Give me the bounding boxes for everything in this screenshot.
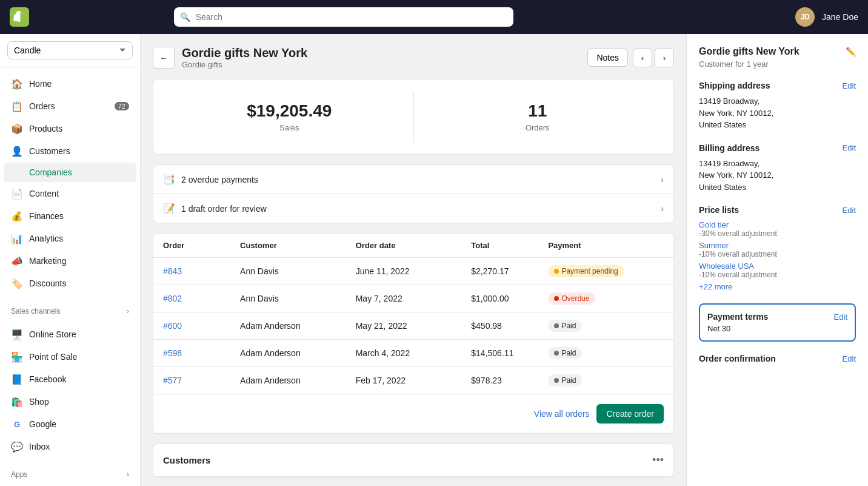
search-icon: 🔍 (180, 12, 190, 22)
page-subtitle: Gordie gifts (182, 60, 307, 69)
table-row: #577 Adam Anderson Feb 17, 2022 $978.23 … (153, 367, 673, 394)
sidebar-item-label: Orders (29, 101, 109, 111)
payment-badge: Paid (548, 320, 582, 332)
online-store-icon: 🖥️ (11, 328, 23, 340)
search-input[interactable] (174, 7, 513, 27)
sidebar-item-products[interactable]: 📦 Products (4, 118, 136, 140)
sidebar-item-label: Home (29, 79, 129, 89)
point-of-sale-icon: 🏪 (11, 351, 23, 363)
sidebar-item-marketing[interactable]: 📣 Marketing (4, 250, 136, 272)
price-list-adjustment: -30% overall adjustment (699, 229, 856, 238)
payment-terms-edit-button[interactable]: Edit (834, 312, 847, 322)
sidebar-item-label: Online Store (29, 329, 129, 339)
view-all-orders-link[interactable]: View all orders (534, 409, 590, 419)
sidebar-item-inbox[interactable]: 💬 Inbox (4, 436, 136, 457)
table-row: #802 Ann Davis May 7, 2022 $1,000.00 Ove… (153, 285, 673, 312)
sidebar-item-orders[interactable]: 📋 Orders 72 (4, 95, 136, 117)
payment-terms-section: Payment terms Edit Net 30 (699, 303, 856, 342)
store-select[interactable]: Candle (7, 41, 133, 59)
prev-button[interactable]: ‹ (633, 48, 652, 67)
sidebar-item-finances[interactable]: 💰 Finances (4, 205, 136, 227)
google-icon: G (11, 418, 23, 430)
rp-subtitle: Customer for 1 year (699, 59, 856, 69)
draft-order-alert[interactable]: 📝 1 draft order for review › (153, 194, 673, 223)
customers-section-title: Customers (163, 455, 210, 465)
avatar[interactable]: JD (795, 7, 815, 27)
shipping-address-edit-button[interactable]: Edit (843, 81, 856, 90)
price-list-item: Wholesale USA -10% overall adjustment (699, 261, 856, 279)
billing-address-edit-button[interactable]: Edit (843, 143, 856, 152)
rp-title: Gordie gifts New York (699, 46, 800, 57)
more-price-lists-link[interactable]: +22 more (699, 282, 732, 291)
sales-channels-expand-icon[interactable]: › (127, 307, 129, 316)
sidebar-item-point-of-sale[interactable]: 🏪 Point of Sale (4, 346, 136, 368)
edit-pencil-icon[interactable]: ✏️ (846, 47, 856, 56)
price-lists-edit-button[interactable]: Edit (843, 206, 856, 215)
sidebar-item-customers[interactable]: 👤 Customers (4, 140, 136, 162)
draft-order-icon: 📝 (163, 203, 175, 214)
col-order: Order (163, 241, 240, 250)
sidebar-item-discounts[interactable]: 🏷️ Discounts (4, 272, 136, 294)
billing-address-section: Billing address Edit 13419 Broadway,New … (699, 143, 856, 194)
order-link[interactable]: #600 (163, 321, 182, 331)
next-button[interactable]: › (655, 48, 674, 67)
sidebar-item-google[interactable]: G Google (4, 413, 136, 435)
overdue-payments-text: 2 overdue payments (181, 175, 258, 184)
order-total: $1,000.00 (471, 294, 548, 303)
back-button[interactable]: ← (153, 47, 175, 69)
sidebar-item-shop[interactable]: 🛍️ Shop (4, 391, 136, 413)
price-list-adjustment: -10% overall adjustment (699, 250, 856, 258)
billing-address-title: Billing address (699, 143, 760, 153)
order-link[interactable]: #802 (163, 294, 182, 303)
payment-terms-title: Payment terms (707, 312, 768, 322)
billing-address-value: 13419 Broadway,New York, NY 10012,United… (699, 158, 856, 194)
discounts-icon: 🏷️ (11, 277, 23, 289)
sidebar-item-label: Point of Sale (29, 352, 129, 362)
customers-card: Customers ••• (153, 444, 674, 478)
sidebar-item-online-store[interactable]: 🖥️ Online Store (4, 323, 136, 345)
order-confirmation-edit-button[interactable]: Edit (843, 354, 856, 363)
search-bar[interactable]: 🔍 (174, 7, 513, 27)
chevron-right-icon: › (661, 175, 664, 184)
sidebar-item-facebook[interactable]: 📘 Facebook (4, 368, 136, 390)
sidebar-item-analytics[interactable]: 📊 Analytics (4, 228, 136, 249)
sidebar-item-home[interactable]: 🏠 Home (4, 73, 136, 95)
analytics-icon: 📊 (11, 232, 23, 245)
badge-dot (554, 351, 559, 356)
table-header: Order Customer Order date Total Payment (153, 234, 673, 258)
price-list-adjustment: -10% overall adjustment (699, 271, 856, 279)
finances-icon: 💰 (11, 210, 23, 222)
order-link[interactable]: #598 (163, 348, 182, 358)
apps-expand-icon[interactable]: › (127, 470, 129, 479)
col-total: Total (471, 241, 548, 250)
customers-section-header: Customers ••• (153, 444, 673, 477)
notes-button[interactable]: Notes (587, 49, 628, 67)
payment-badge: Paid (548, 374, 582, 386)
price-list-link[interactable]: Wholesale USA (699, 262, 754, 271)
order-link[interactable]: #843 (163, 266, 182, 276)
price-list-item: Summer -10% overall adjustment (699, 240, 856, 258)
user-name: Jane Doe (822, 12, 858, 22)
create-order-button[interactable]: Create order (596, 404, 664, 424)
more-options-icon[interactable]: ••• (652, 454, 664, 467)
order-total: $978.23 (471, 376, 548, 385)
price-list-link[interactable]: Gold tier (699, 220, 729, 229)
badge-dot (554, 296, 559, 301)
order-link[interactable]: #577 (163, 376, 182, 385)
customers-icon: 👤 (11, 145, 23, 157)
sales-stat: $19,205.49 Sales (165, 92, 414, 142)
overdue-payments-alert[interactable]: 📑 2 overdue payments › (153, 165, 673, 194)
order-date: May 21, 2022 (356, 321, 472, 331)
sidebar-item-content[interactable]: 📄 Content (4, 183, 136, 204)
orders-table-card: Order Customer Order date Total Payment … (153, 233, 674, 434)
price-list-link[interactable]: Summer (699, 241, 729, 250)
sales-value: $19,205.49 (175, 101, 404, 121)
back-arrow-icon: ← (159, 53, 167, 62)
customer-name: Ann Davis (240, 266, 356, 276)
sidebar-item-label: Customers (29, 146, 129, 156)
table-row: #598 Adam Anderson March 4, 2022 $14,506… (153, 340, 673, 367)
price-lists-section: Price lists Edit Gold tier -30% overall … (699, 205, 856, 291)
order-date: March 4, 2022 (356, 348, 472, 358)
store-selector[interactable]: Candle (0, 34, 140, 67)
sidebar-item-companies[interactable]: Companies (4, 163, 136, 182)
